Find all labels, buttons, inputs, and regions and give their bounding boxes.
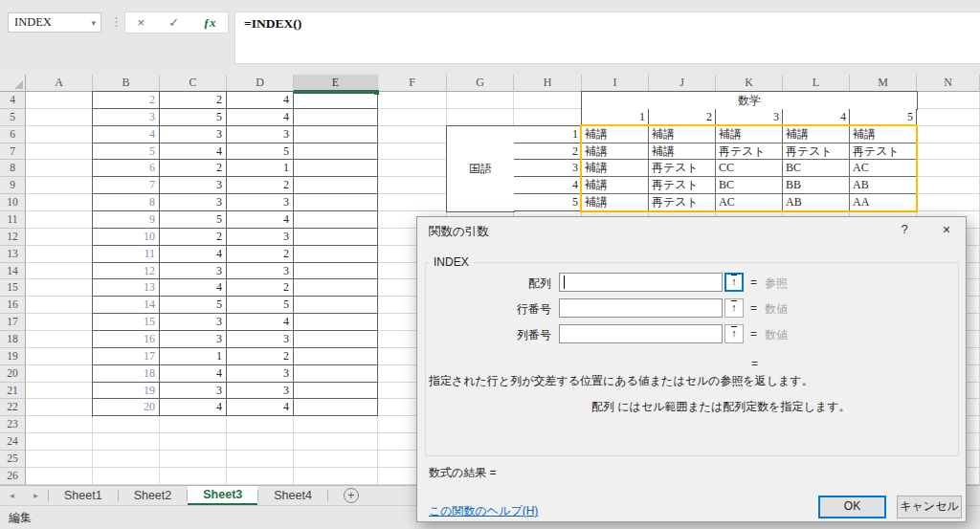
dialog-help-button[interactable]: ? xyxy=(894,222,915,236)
cell[interactable] xyxy=(294,194,378,211)
cell[interactable]: 3 xyxy=(227,126,294,143)
cell[interactable]: 14 xyxy=(93,297,160,314)
collapse-dialog-icon[interactable]: ↑ xyxy=(724,324,744,343)
cell[interactable]: 19 xyxy=(93,383,160,400)
cell[interactable]: 5 xyxy=(160,109,227,126)
cell[interactable]: 3 xyxy=(160,177,227,194)
cell[interactable]: 6 xyxy=(93,160,160,177)
cell[interactable]: 4 xyxy=(160,279,227,297)
cell[interactable] xyxy=(294,297,378,314)
close-icon[interactable]: × xyxy=(935,222,958,237)
cell[interactable] xyxy=(294,229,378,246)
cell[interactable]: 2 xyxy=(227,348,294,365)
cell[interactable] xyxy=(294,348,378,365)
cell[interactable] xyxy=(294,160,378,177)
cell[interactable]: 4 xyxy=(227,314,294,331)
cell[interactable]: 1 xyxy=(227,160,294,177)
cell[interactable]: 5 xyxy=(514,194,581,211)
cell[interactable]: 2 xyxy=(227,246,294,263)
collapse-dialog-icon[interactable]: ↑ xyxy=(724,273,744,292)
cell[interactable]: 3 xyxy=(160,194,227,211)
cell[interactable]: 3 xyxy=(227,194,294,211)
cell[interactable] xyxy=(294,314,378,331)
cell[interactable]: 7 xyxy=(93,177,160,194)
cell[interactable]: 11 xyxy=(93,246,160,263)
cell[interactable]: 5 xyxy=(227,297,294,314)
cell[interactable] xyxy=(294,109,378,126)
cell[interactable] xyxy=(294,279,378,297)
cell[interactable] xyxy=(294,143,378,161)
function-help-link[interactable]: この関数のヘルプ(H) xyxy=(429,503,538,519)
cell[interactable]: 2 xyxy=(160,92,227,109)
cell[interactable] xyxy=(294,365,378,383)
cell[interactable] xyxy=(294,126,378,143)
name-box[interactable]: INDEX ▾ xyxy=(8,12,101,33)
cell[interactable]: 2 xyxy=(93,92,160,109)
cell[interactable]: 4 xyxy=(227,109,294,126)
cell[interactable]: 2 xyxy=(160,229,227,246)
cell[interactable]: 4 xyxy=(160,246,227,263)
enter-icon[interactable]: ✓ xyxy=(168,15,179,30)
cell[interactable]: 8 xyxy=(93,194,160,211)
cell[interactable]: 9 xyxy=(93,211,160,229)
cell[interactable]: 15 xyxy=(93,314,160,331)
ok-button[interactable]: OK xyxy=(818,496,886,518)
cell[interactable]: 5 xyxy=(160,297,227,314)
formula-bar[interactable]: =INDEX() xyxy=(234,11,980,64)
cancel-icon[interactable]: × xyxy=(138,15,145,30)
cell[interactable]: 5 xyxy=(227,143,294,161)
cell[interactable]: 16 xyxy=(93,331,160,348)
cell[interactable]: 2 xyxy=(514,143,581,161)
cell[interactable]: 3 xyxy=(160,263,227,280)
cell[interactable]: 4 xyxy=(160,365,227,383)
cell[interactable]: 3 xyxy=(514,160,581,177)
cell[interactable]: 2 xyxy=(227,279,294,297)
cell[interactable]: 5 xyxy=(160,211,227,229)
japanese-group-header[interactable]: 国語 xyxy=(446,125,515,212)
cell[interactable]: 10 xyxy=(93,229,160,246)
sheet-nav-right-icon[interactable]: ► xyxy=(24,486,48,505)
cell[interactable] xyxy=(294,263,378,280)
cell[interactable] xyxy=(294,331,378,348)
cell[interactable] xyxy=(294,211,378,229)
cell[interactable]: 4 xyxy=(160,399,227,416)
cell[interactable]: 3 xyxy=(160,126,227,143)
cell[interactable]: 2 xyxy=(160,160,227,177)
cell[interactable]: 3 xyxy=(227,263,294,280)
tab-sheet3[interactable]: Sheet3 xyxy=(188,486,257,505)
tab-sheet2[interactable]: Sheet2 xyxy=(119,486,188,505)
tab-sheet1[interactable]: Sheet1 xyxy=(49,486,118,505)
cell[interactable]: 1 xyxy=(160,348,227,365)
cancel-button[interactable]: キャンセル xyxy=(897,496,962,518)
array-field-input[interactable] xyxy=(559,273,723,292)
cell[interactable]: 4 xyxy=(227,399,294,416)
cell[interactable] xyxy=(294,177,378,194)
cell[interactable] xyxy=(294,383,378,400)
cell[interactable]: 3 xyxy=(227,331,294,348)
cell[interactable]: 3 xyxy=(160,331,227,348)
sheet-nav-left-icon[interactable]: ◄ xyxy=(0,486,24,505)
cell[interactable]: 4 xyxy=(227,211,294,229)
cell[interactable]: 20 xyxy=(93,399,160,416)
insert-function-icon[interactable]: ƒx xyxy=(203,15,215,31)
add-sheet-button[interactable]: + xyxy=(344,486,359,505)
cell[interactable]: 18 xyxy=(93,365,160,383)
collapse-dialog-icon[interactable]: ↑ xyxy=(724,298,744,318)
cell[interactable]: 3 xyxy=(160,314,227,331)
rownum-field-input[interactable] xyxy=(559,298,723,318)
cell[interactable]: 3 xyxy=(227,383,294,400)
cell[interactable]: 2 xyxy=(227,177,294,194)
cell[interactable] xyxy=(294,92,378,109)
colnum-field-input[interactable] xyxy=(559,324,723,343)
math-group-header[interactable]: 数学 xyxy=(581,91,918,110)
cell[interactable] xyxy=(294,399,378,416)
cell[interactable]: 12 xyxy=(93,263,160,280)
cell[interactable] xyxy=(294,246,378,263)
tab-sheet4[interactable]: Sheet4 xyxy=(258,486,327,505)
chevron-down-icon[interactable]: ▾ xyxy=(91,18,96,28)
cell[interactable]: 3 xyxy=(227,229,294,246)
cell[interactable]: 13 xyxy=(93,279,160,297)
cell[interactable]: 4 xyxy=(93,126,160,143)
cell[interactable]: 3 xyxy=(160,383,227,400)
cell[interactable]: 3 xyxy=(93,109,160,126)
